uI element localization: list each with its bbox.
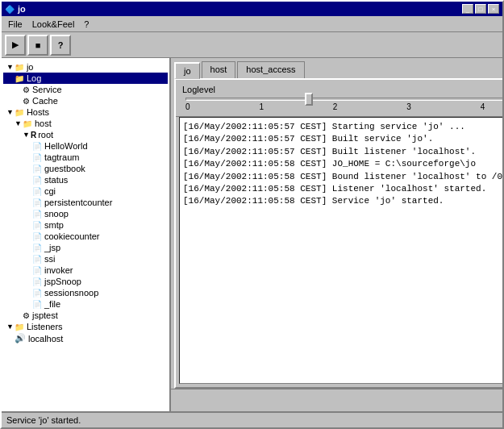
smtp-page-icon — [32, 221, 42, 230]
jsptest-gear-icon — [23, 311, 30, 320]
tree-item-listeners[interactable]: ▼ Listeners — [3, 321, 168, 332]
log-line: [16/May/2002:11:05:57 CEST] Built servic… — [183, 133, 502, 145]
log-line: [16/May/2002:11:05:58 CEST] Service 'jo'… — [183, 195, 502, 207]
tree-item-file[interactable]: _file — [3, 298, 168, 310]
window-title: jo — [18, 4, 462, 14]
tree-item-jo[interactable]: ▼ jo — [3, 61, 168, 73]
host-folder-icon — [23, 119, 32, 128]
log-line: [16/May/2002:11:05:58 CEST] JO_HOME = C:… — [183, 158, 502, 170]
expand-root-icon: ▼ — [23, 131, 30, 139]
play-button[interactable]: ▶ — [5, 35, 26, 56]
service-gear-icon — [23, 85, 30, 94]
tab-jo[interactable]: jo — [174, 62, 200, 79]
tree-item-cache[interactable]: Cache — [3, 95, 168, 106]
play-icon: ▶ — [12, 40, 19, 50]
log-line: [16/May/2002:11:05:58 CEST] Listener 'lo… — [183, 183, 502, 195]
tree-item-cookiecounter-label: cookiecounter — [44, 231, 100, 241]
right-panel: jo host host_access Loglevel 0 1 — [171, 58, 502, 411]
tree-item-cookiecounter[interactable]: cookiecounter — [3, 231, 168, 242]
tree-item-status-label: status — [44, 175, 68, 185]
tree-item-invoker[interactable]: invoker — [3, 264, 168, 276]
jo-folder-icon — [15, 63, 24, 72]
tree-item-status[interactable]: status — [3, 174, 168, 185]
tree-item-guestbook-label: guestbook — [44, 164, 85, 173]
log-line: [16/May/2002:11:05:57 CEST] Built listen… — [183, 146, 502, 158]
menu-help[interactable]: ? — [79, 18, 94, 31]
tree-item-tagtraum-label: tagtraum — [44, 152, 79, 162]
slider-container: 0 1 2 3 4 5 — [182, 98, 502, 111]
help-button[interactable]: ? — [50, 35, 71, 56]
tree-item-helloworld[interactable]: HelloWorld — [3, 140, 168, 152]
slider-label-0: 0 — [185, 102, 190, 111]
tab-host-access[interactable]: host_access — [237, 61, 304, 78]
stop-button[interactable]: ■ — [27, 35, 48, 56]
tree-item-jsptest[interactable]: jsptest — [3, 310, 168, 321]
tree-item-invoker-label: invoker — [44, 265, 73, 275]
title-bar: 🔷 jo _ □ × — [2, 2, 502, 16]
tree-item-localhost[interactable]: 🔊 localhost — [3, 332, 168, 344]
listeners-folder-icon — [15, 323, 24, 331]
guestbook-page-icon — [32, 165, 42, 173]
tree-item-host[interactable]: ▼ host — [3, 118, 168, 129]
sessionsnoop-page-icon — [32, 289, 42, 298]
slider-labels: 0 1 2 3 4 5 — [185, 102, 502, 111]
helloworld-page-icon — [32, 142, 42, 151]
expand-host-icon: ▼ — [15, 119, 22, 127]
jsp-page-icon — [32, 244, 42, 252]
left-panel: ▼ jo Log Service Cache — [2, 58, 171, 411]
invoker-page-icon — [32, 266, 42, 275]
tree-item-hosts[interactable]: ▼ Hosts — [3, 106, 168, 118]
snoop-page-icon — [32, 210, 42, 219]
tree-item-ssi-label: ssi — [44, 254, 55, 264]
tree-item-log[interactable]: Log — [3, 73, 168, 84]
tab-content: Loglevel 0 1 2 3 4 5 — [174, 78, 502, 389]
tree-item-guestbook[interactable]: guestbook — [3, 163, 168, 174]
tree-item-jspsnoop[interactable]: jspSnoop — [3, 276, 168, 287]
bottom-bar: Clear — [171, 389, 502, 411]
tree-item-log-label: Log — [27, 73, 41, 83]
tree-item-cgi[interactable]: cgi — [3, 185, 168, 197]
window-controls: _ □ × — [462, 4, 499, 14]
root-r-icon: R — [31, 131, 36, 140]
close-button[interactable]: × — [488, 4, 499, 14]
expand-jo-icon: ▼ — [6, 63, 14, 71]
tree-item-root[interactable]: ▼ R root — [3, 129, 168, 140]
cache-gear-icon — [23, 97, 30, 106]
tree-item-snoop[interactable]: snoop — [3, 208, 168, 219]
cookiecounter-page-icon — [32, 232, 42, 241]
tree-item-root-label: root — [38, 130, 53, 140]
loglevel-label: Loglevel — [182, 85, 502, 94]
tree-item-tagtraum[interactable]: tagtraum — [3, 152, 168, 163]
maximize-button[interactable]: □ — [475, 4, 486, 14]
tree-item-cgi-label: cgi — [44, 186, 56, 196]
ssi-page-icon — [32, 255, 42, 264]
loglevel-slider-thumb[interactable] — [305, 93, 313, 106]
menu-lookfeel[interactable]: Look&Feel — [27, 18, 80, 31]
tree-item-snoop-label: snoop — [44, 209, 69, 219]
tree-item-jsp[interactable]: _jsp — [3, 242, 168, 253]
persistentcounter-page-icon — [32, 198, 42, 207]
help-icon: ? — [58, 40, 64, 50]
menubar: File Look&Feel ? — [2, 16, 502, 32]
stop-icon: ■ — [35, 40, 41, 50]
tab-host[interactable]: host — [202, 61, 236, 78]
tree-item-persistentcounter-label: persistentcounter — [44, 198, 112, 207]
tree-item-service-label: Service — [32, 85, 62, 94]
status-text: Service 'jo' started. — [6, 415, 81, 425]
log-output[interactable]: [16/May/2002:11:05:57 CEST] Starting ser… — [179, 117, 502, 384]
tree-item-cache-label: Cache — [32, 96, 58, 106]
tree-item-sessionsnoop[interactable]: sessionsnoop — [3, 287, 168, 298]
app-icon: 🔷 — [5, 5, 15, 14]
minimize-button[interactable]: _ — [462, 4, 473, 14]
menu-file[interactable]: File — [3, 18, 27, 31]
tree-item-smtp[interactable]: smtp — [3, 219, 168, 231]
tree-item-ssi[interactable]: ssi — [3, 253, 168, 264]
log-line: [16/May/2002:11:05:57 CEST] Starting ser… — [183, 121, 502, 133]
slider-label-4: 4 — [481, 102, 485, 111]
statusbar: Service 'jo' started. — [2, 411, 502, 427]
tree-item-jspsnoop-label: jspSnoop — [44, 277, 81, 286]
tree-item-persistentcounter[interactable]: persistentcounter — [3, 197, 168, 208]
tree-item-localhost-label: localhost — [28, 334, 63, 344]
tree-item-file-label: _file — [44, 299, 60, 309]
tree-item-service[interactable]: Service — [3, 84, 168, 95]
